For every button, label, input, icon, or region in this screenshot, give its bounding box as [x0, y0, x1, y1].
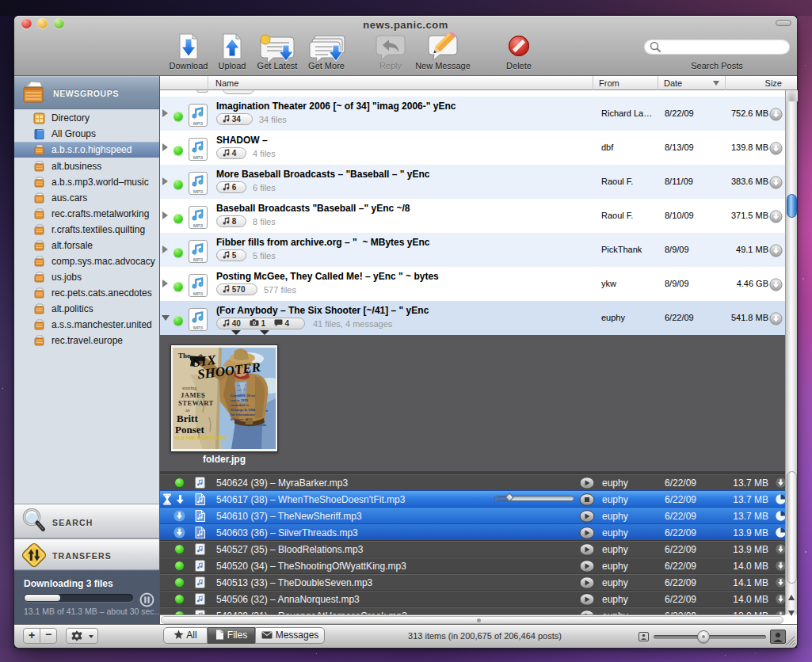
svg-text:Ponset: Ponset [175, 424, 205, 436]
svg-text:MP3: MP3 [193, 121, 204, 126]
svg-text:MP3: MP3 [193, 155, 204, 160]
svg-text:for rebroadcast: for rebroadcast [231, 413, 255, 417]
svg-text:Britt: Britt [177, 413, 198, 424]
svg-text:The: The [178, 352, 190, 360]
svg-text:MP3: MP3 [193, 325, 204, 330]
svg-text:JAMES: JAMES [181, 391, 205, 399]
svg-text:MP3: MP3 [193, 223, 204, 228]
svg-text:Complete 39 ep: Complete 39 ep [231, 394, 255, 398]
svg-text:run in 1953: run in 1953 [231, 398, 249, 402]
svg-text:MP3: MP3 [193, 257, 204, 262]
svg-text:recorded in: recorded in [231, 403, 249, 407]
svg-text:all types of: all types of [231, 417, 248, 421]
svg-text:MP3: MP3 [193, 189, 204, 194]
svg-text:starring: starring [182, 386, 196, 390]
svg-text:MP3: MP3 [193, 291, 204, 296]
svg-text:Chicago IL USA: Chicago IL USA [231, 408, 255, 412]
svg-text:STEWART: STEWART [178, 399, 214, 407]
svg-text:as: as [185, 407, 190, 413]
svg-text:OLD TIME RADIO IN MP3: OLD TIME RADIO IN MP3 [175, 436, 227, 440]
